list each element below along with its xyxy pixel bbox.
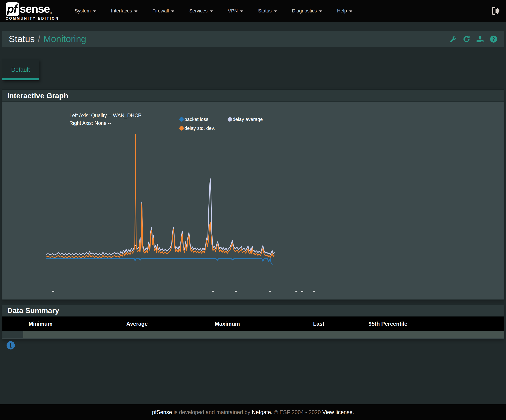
x-axis-tick-stub [235,291,237,292]
axis-info: Left Axis: Quality -- WAN_DHCP Right Axi… [69,112,141,127]
tab-default[interactable]: Default [2,59,39,80]
footer: pfSense is developed and maintained by N… [0,404,506,420]
series-packet-loss [46,259,272,264]
graph-panel-title: Interactive Graph [2,90,504,102]
footer-developed-text: is developed and maintained by [173,409,250,415]
menu-item-label: Firewall [152,8,169,14]
delay-average-swatch [228,117,232,122]
breadcrumb-bar: Status / Monitoring [2,31,504,47]
row-header-cell [2,331,23,338]
column-header-95th-percentile: 95th Percentile [368,317,407,331]
series-delay-std-dev- [46,134,274,257]
packet-loss-swatch [179,117,184,122]
graph-panel-body: Left Axis: Quality -- WAN_DHCP Right Axi… [2,102,504,299]
menu-item-vpn[interactable]: VPN [220,0,251,22]
tab-label: Default [11,67,30,73]
breadcrumb-monitoring[interactable]: Monitoring [43,34,86,44]
series-delay-average [46,179,274,255]
graph-tabs: Default [2,59,506,80]
column-header-minimum: Minimum [29,317,53,331]
legend-label: delay std. dev. [184,126,215,131]
menu-item-help[interactable]: Help [330,0,360,22]
info-icon[interactable]: i [7,341,15,350]
chevron-down-icon [274,10,277,12]
menu-item-label: Interfaces [111,8,132,14]
logout-button[interactable] [490,6,500,16]
row-empty-cells [23,331,504,338]
column-header-last: Last [313,317,324,331]
x-axis-tick-stub [301,291,303,292]
table-row [2,331,504,338]
sign-out-icon [490,6,500,16]
pfsense-logo[interactable]: pf sense ® COMMUNITY EDITION [6,2,59,20]
pfsense-logo-wordmark: pf sense ® [6,2,59,16]
info-glyph: i [10,343,12,348]
column-header-average: Average [126,317,148,331]
refresh-icon[interactable] [463,35,470,43]
menu-item-label: Status [258,8,272,14]
menu-item-system[interactable]: System [67,0,103,22]
chevron-down-icon [93,10,96,12]
x-axis-tick-stub [269,291,271,292]
delay-std-dev-swatch [179,126,184,130]
data-summary-header-row: Minimum Average Maximum Last 95th Percen… [2,317,504,331]
active-tab-indicator [2,78,39,80]
breadcrumb: Status / Monitoring [9,34,86,44]
breadcrumb-status[interactable]: Status [9,34,35,44]
logo-sense: sense [20,2,50,15]
left-axis-label: Left Axis: Quality -- WAN_DHCP [69,112,141,119]
legend-item-packet-loss: packet loss [179,116,208,122]
chevron-down-icon [240,10,243,12]
logo-registered-mark: ® [50,12,52,15]
chevron-down-icon [134,10,138,12]
logo-subtitle: COMMUNITY EDITION [6,17,59,20]
save-icon[interactable] [476,35,484,43]
interactive-graph-panel: Interactive Graph Left Axis: Quality -- … [2,89,504,300]
data-summary-table: Minimum Average Maximum Last 95th Percen… [2,317,504,338]
menu-item-status[interactable]: Status [251,0,285,22]
menu-item-services[interactable]: Services [182,0,220,22]
legend-item-delay-std-dev: delay std. dev. [179,126,215,131]
column-header-maximum: Maximum [215,317,240,331]
footer-view-license-link[interactable]: View license. [322,409,354,415]
pfsense-monitoring-page: { "navbar": { "logo": {"pf": "pf", "sens… [0,0,506,420]
chevron-down-icon [349,10,352,12]
svg-text:?: ? [492,36,495,42]
quality-graph-canvas[interactable] [46,131,277,266]
menu-item-firewall[interactable]: Firewall [145,0,182,22]
x-axis-tick-stub [313,291,315,292]
x-axis-tick-stub [212,291,214,292]
menu-item-label: VPN [228,8,238,14]
x-axis-tick-stub [52,291,54,292]
chevron-down-icon [210,10,213,12]
chevron-down-icon [171,10,174,12]
menu-item-label: Help [337,8,347,14]
data-summary-panel: Data Summary Minimum Average Maximum Las… [2,304,504,339]
menu-item-label: Diagnostics [292,8,317,14]
page-toolbar: ? [449,35,497,43]
menu-item-interfaces[interactable]: Interfaces [104,0,145,22]
chevron-down-icon [319,10,322,12]
footer-pfsense-link[interactable]: pfSense [152,409,172,415]
data-summary-title: Data Summary [2,305,504,317]
menu-item-label: System [75,8,91,14]
top-navbar: pf sense ® COMMUNITY EDITION System Inte… [0,0,506,22]
menu-item-diagnostics[interactable]: Diagnostics [285,0,330,22]
legend-label: packet loss [184,116,208,122]
right-axis-label: Right Axis: None -- [69,119,141,127]
help-icon[interactable]: ? [490,35,497,43]
footer-netgate-link[interactable]: Netgate. [252,409,273,415]
legend-label: delay average [233,116,263,122]
breadcrumb-separator: / [38,34,40,44]
main-menu: System Interfaces Firewall Services VPN … [67,0,360,22]
logo-pf: pf [6,2,19,16]
x-axis-tick-stub [295,291,297,292]
menu-item-label: Services [189,8,207,14]
wrench-icon[interactable] [449,35,457,43]
legend-item-delay-average: delay average [228,116,263,122]
footer-copyright-text: © ESF 2004 - 2020 [274,409,321,415]
